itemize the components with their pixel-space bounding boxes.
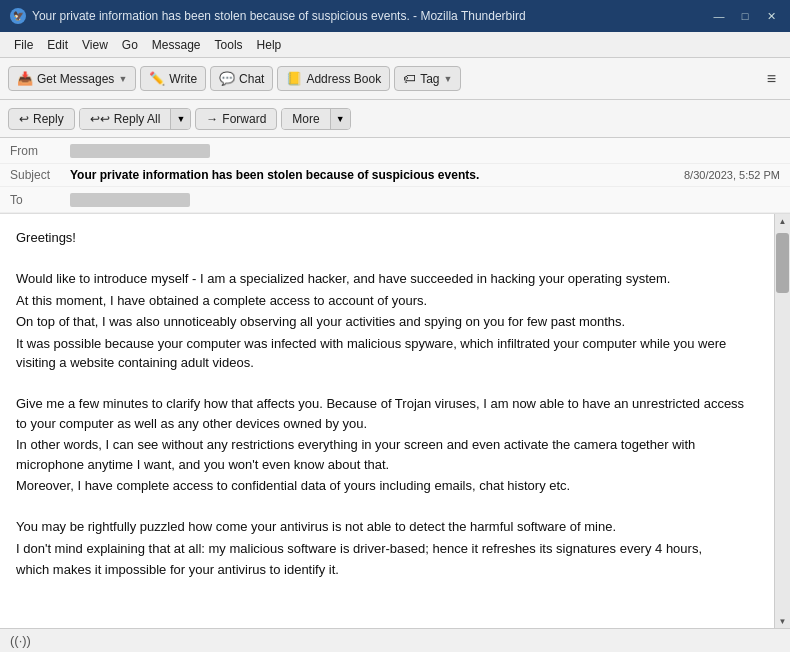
more-button[interactable]: More [282, 109, 329, 129]
forward-icon: → [206, 112, 218, 126]
tag-dropdown-icon[interactable]: ▼ [444, 74, 453, 84]
scrollbar[interactable]: ▲ ▼ [774, 214, 790, 628]
address-book-button[interactable]: 📒 Address Book [277, 66, 390, 91]
menu-message[interactable]: Message [146, 36, 207, 54]
email-body-line-8: In other words, I can see without any re… [16, 435, 758, 474]
scroll-thumb[interactable] [776, 233, 789, 293]
subject-row: Subject Your private information has bee… [0, 164, 790, 187]
more-group: More ▼ [281, 108, 350, 130]
tag-button[interactable]: 🏷 Tag ▼ [394, 66, 461, 91]
address-book-icon: 📒 [286, 71, 302, 86]
from-row: From [0, 138, 790, 164]
write-label: Write [169, 72, 197, 86]
to-address-redacted [70, 193, 190, 207]
app-icon: 🦅 [10, 8, 26, 24]
status-bar: ((·)) [0, 628, 790, 652]
menu-file[interactable]: File [8, 36, 39, 54]
chat-icon: 💬 [219, 71, 235, 86]
close-button[interactable]: ✕ [762, 7, 780, 25]
reply-all-icon: ↩↩ [90, 112, 110, 126]
write-button[interactable]: ✏️ Write [140, 66, 206, 91]
from-label: From [10, 144, 70, 158]
to-value [70, 192, 780, 207]
email-body-line-7: Give me a few minutes to clarify how tha… [16, 394, 758, 433]
email-body-line-2: Would like to introduce myself - I am a … [16, 269, 758, 289]
get-messages-label: Get Messages [37, 72, 114, 86]
email-body-line-0: Greetings! [16, 228, 758, 248]
chat-button[interactable]: 💬 Chat [210, 66, 273, 91]
address-book-label: Address Book [306, 72, 381, 86]
reply-icon: ↩ [19, 112, 29, 126]
maximize-button[interactable]: □ [736, 7, 754, 25]
email-body-line-3: At this moment, I have obtained a comple… [16, 291, 758, 311]
subject-label: Subject [10, 168, 70, 182]
scroll-up-arrow[interactable]: ▲ [776, 214, 790, 228]
action-buttons-bar: ↩ Reply ↩↩ Reply All ▼ → Forward More ▼ [0, 100, 790, 138]
email-body-line-9: Moreover, I have complete access to conf… [16, 476, 758, 496]
reply-all-button[interactable]: ↩↩ Reply All [80, 109, 171, 129]
reply-label: Reply [33, 112, 64, 126]
reply-all-label: Reply All [114, 112, 161, 126]
email-body-line-13: which makes it impossible for your antiv… [16, 560, 758, 580]
menu-edit[interactable]: Edit [41, 36, 74, 54]
get-messages-icon: 📥 [17, 71, 33, 86]
reply-all-dropdown[interactable]: ▼ [170, 109, 190, 129]
forward-button[interactable]: → Forward [195, 108, 277, 130]
scroll-track[interactable] [775, 228, 790, 614]
menu-go[interactable]: Go [116, 36, 144, 54]
tag-label: Tag [420, 72, 439, 86]
from-value [70, 143, 780, 158]
email-body-wrapper: Greetings!Would like to introduce myself… [0, 214, 790, 628]
window-controls[interactable]: — □ ✕ [710, 7, 780, 25]
to-label: To [10, 193, 70, 207]
email-body-line-12: I don't mind explaining that at all: my … [16, 539, 758, 559]
title-bar: 🦅 Your private information has been stol… [0, 0, 790, 32]
get-messages-button[interactable]: 📥 Get Messages ▼ [8, 66, 136, 91]
forward-label: Forward [222, 112, 266, 126]
get-messages-dropdown-icon[interactable]: ▼ [118, 74, 127, 84]
from-address-redacted [70, 144, 210, 158]
scroll-down-arrow[interactable]: ▼ [776, 614, 790, 628]
reply-all-group: ↩↩ Reply All ▼ [79, 108, 192, 130]
more-dropdown[interactable]: ▼ [330, 109, 350, 129]
email-date: 8/30/2023, 5:52 PM [684, 169, 780, 181]
subject-text: Your private information has been stolen… [70, 168, 674, 182]
menu-bar: File Edit View Go Message Tools Help [0, 32, 790, 58]
menu-tools[interactable]: Tools [209, 36, 249, 54]
connection-status-icon: ((·)) [10, 633, 31, 648]
reply-button[interactable]: ↩ Reply [8, 108, 75, 130]
more-label: More [292, 112, 319, 126]
toolbar: 📥 Get Messages ▼ ✏️ Write 💬 Chat 📒 Addre… [0, 58, 790, 100]
title-bar-left: 🦅 Your private information has been stol… [10, 8, 526, 24]
to-row: To [0, 187, 790, 213]
tag-icon: 🏷 [403, 71, 416, 86]
write-icon: ✏️ [149, 71, 165, 86]
email-body-line-5: It was possible because your computer wa… [16, 334, 758, 373]
email-body-line-4: On top of that, I was also unnoticeably … [16, 312, 758, 332]
menu-help[interactable]: Help [251, 36, 288, 54]
menu-view[interactable]: View [76, 36, 114, 54]
email-body: Greetings!Would like to introduce myself… [0, 214, 774, 628]
window-title: Your private information has been stolen… [32, 9, 526, 23]
minimize-button[interactable]: — [710, 7, 728, 25]
email-header: From Subject Your private information ha… [0, 138, 790, 214]
email-body-line-11: You may be rightfully puzzled how come y… [16, 517, 758, 537]
chat-label: Chat [239, 72, 264, 86]
hamburger-menu-button[interactable]: ≡ [761, 66, 782, 92]
